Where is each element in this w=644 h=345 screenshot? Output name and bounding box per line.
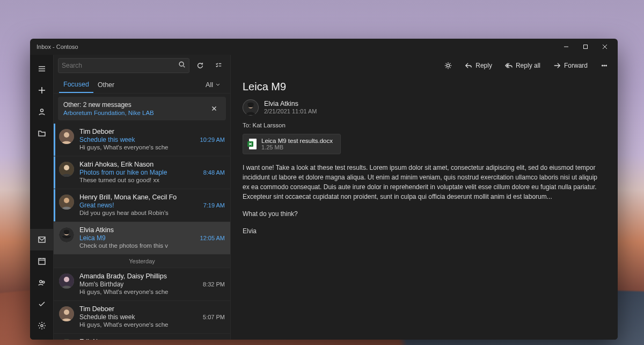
message-item[interactable]: Elvia Atkins Leica M9 Check out the phot… <box>54 222 230 255</box>
avatar <box>59 195 74 210</box>
more-actions-button[interactable] <box>595 58 613 74</box>
svg-point-36 <box>59 339 74 340</box>
date-separator: Yesterday <box>54 255 230 268</box>
svg-point-27 <box>64 165 69 170</box>
sender-name: Elvia Atkins <box>264 100 317 107</box>
svg-point-9 <box>40 109 43 112</box>
svg-rect-11 <box>39 258 45 264</box>
svg-point-18 <box>179 62 184 66</box>
sunny-icon[interactable] <box>439 58 457 74</box>
reply-button[interactable]: Reply <box>459 58 497 74</box>
attachment-size: 1.25 MB <box>261 144 333 150</box>
new-mail-button[interactable] <box>30 80 54 101</box>
message-item[interactable]: Amanda Brady, Daisy Phillips Mom's Birth… <box>54 268 230 301</box>
search-icon <box>178 61 186 70</box>
message-list-column: Focused Other All Other: 2 new messages … <box>54 55 231 340</box>
avatar <box>59 339 74 340</box>
svg-line-19 <box>184 66 185 68</box>
attachment-name: Leica M9 test results.docx <box>261 138 333 144</box>
calendar-app-icon[interactable] <box>30 250 54 272</box>
other-banner-senders: Arboretum Foundation, Nike LAB <box>63 110 154 116</box>
message-item[interactable]: Erik Nason <box>54 334 230 340</box>
mail-subject: Leica M9 <box>243 81 606 93</box>
svg-point-33 <box>64 277 69 282</box>
mail-window: Inbox - Contoso <box>30 39 618 340</box>
accounts-icon[interactable] <box>30 101 54 123</box>
filter-dropdown[interactable]: All <box>201 76 225 93</box>
maximize-button[interactable] <box>576 39 595 55</box>
svg-point-38 <box>447 64 450 67</box>
message-item[interactable]: Tim Deboer Schedule this week Hi guys, W… <box>54 301 230 334</box>
to-row: To: Kat Larsson <box>243 122 606 128</box>
titlebar: Inbox - Contoso <box>30 39 618 55</box>
people-app-icon[interactable] <box>30 272 54 293</box>
close-button[interactable] <box>595 39 614 55</box>
svg-point-25 <box>64 132 69 138</box>
excel-file-icon <box>247 138 257 150</box>
chevron-down-icon <box>215 82 221 88</box>
select-mode-icon[interactable] <box>211 58 226 73</box>
message-item[interactable]: Tim Deboer Schedule this week Hi guys, W… <box>54 124 230 156</box>
svg-point-41 <box>606 65 607 66</box>
avatar <box>59 129 74 144</box>
svg-point-40 <box>604 65 605 66</box>
other-inbox-banner[interactable]: Other: 2 new messages Arboretum Foundati… <box>58 97 226 120</box>
sync-icon[interactable] <box>193 58 208 73</box>
search-input[interactable] <box>58 58 189 73</box>
forward-button[interactable]: Forward <box>548 58 593 74</box>
avatar <box>59 306 74 321</box>
settings-icon[interactable] <box>30 315 54 336</box>
attachment-chip[interactable]: Leica M9 test results.docx 1.25 MB <box>243 134 341 154</box>
avatar <box>59 162 74 177</box>
svg-point-29 <box>64 198 69 203</box>
sender-row: Elvia Atkins 2/21/2021 11:01 AM <box>243 98 606 116</box>
reading-pane: Reply Reply all Forward Leica M9 Elvia A… <box>231 55 618 340</box>
avatar <box>59 227 74 242</box>
svg-point-17 <box>41 325 43 327</box>
tab-focused[interactable]: Focused <box>59 76 93 93</box>
hamburger-icon[interactable] <box>30 58 54 80</box>
svg-rect-1 <box>584 45 588 49</box>
reading-toolbar: Reply Reply all Forward <box>231 55 618 76</box>
dismiss-banner-button[interactable] <box>207 101 222 116</box>
nav-rail <box>30 55 54 340</box>
svg-point-39 <box>602 65 603 66</box>
message-item[interactable]: Katri Ahokas, Erik Nason Photos from our… <box>54 156 230 189</box>
mail-body: I want one! Take a look at these test re… <box>243 163 606 236</box>
folders-icon[interactable] <box>30 123 54 144</box>
other-banner-title: Other: 2 new messages <box>63 101 154 109</box>
message-list[interactable]: Tim Deboer Schedule this week Hi guys, W… <box>54 124 230 340</box>
todo-app-icon[interactable] <box>30 293 54 315</box>
to-recipient: Kat Larsson <box>253 122 286 128</box>
tab-other[interactable]: Other <box>93 76 119 93</box>
svg-rect-10 <box>39 237 45 242</box>
window-title: Inbox - Contoso <box>36 44 557 50</box>
svg-point-16 <box>42 281 45 283</box>
minimize-button[interactable] <box>557 39 576 55</box>
avatar <box>59 274 74 289</box>
mail-app-icon[interactable] <box>30 229 54 250</box>
sent-date: 2/21/2021 11:01 AM <box>264 108 317 114</box>
message-item[interactable]: Henry Brill, Mona Kane, Cecil Fo Great n… <box>54 189 230 222</box>
search-field[interactable] <box>62 62 178 69</box>
inbox-tabs: Focused Other All <box>54 76 230 94</box>
sender-avatar <box>243 99 259 116</box>
reply-all-button[interactable]: Reply all <box>500 58 546 74</box>
svg-point-35 <box>64 310 69 315</box>
svg-point-15 <box>39 281 41 283</box>
